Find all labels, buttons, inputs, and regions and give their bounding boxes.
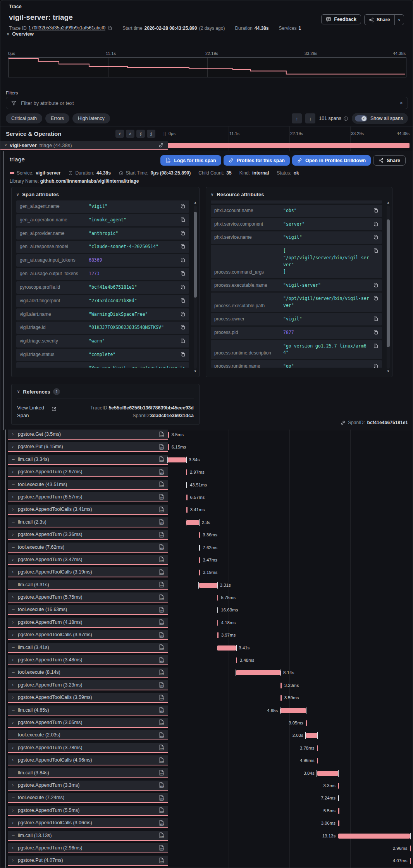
logs-for-span-button[interactable]: LOG Logs for this span (160, 155, 221, 166)
span-row-name-cell[interactable]: ›pgstore.AppendToolCalls (3.41ms) LOG (8, 505, 168, 515)
chevron-right-icon[interactable]: › (12, 695, 18, 700)
chevron-right-icon[interactable]: › (12, 494, 18, 500)
expand-all-button[interactable]: ∧∧ (147, 130, 155, 138)
span-row-name-cell[interactable]: ›pgstore.AppendTurn (2.96ms) LOG (8, 843, 168, 853)
span-duration-bar[interactable] (338, 808, 339, 814)
share-span-button[interactable]: Share (373, 155, 406, 166)
span-duration-bar[interactable] (199, 532, 200, 538)
span-duration-bar[interactable] (338, 783, 339, 789)
span-row-name-cell[interactable]: –tool.execute (43.51ms) LOG (8, 480, 168, 490)
span-duration-bar[interactable] (317, 745, 318, 751)
span-duration-bar[interactable] (199, 557, 200, 563)
span-row-name-cell[interactable]: ›pgstore.AppendToolCalls (3.59ms) LOG (8, 693, 168, 703)
copy-icon[interactable] (373, 316, 379, 322)
span-row-name-cell[interactable]: ›pgstore.AppendTurn (5.75ms) LOG (8, 592, 168, 603)
resource-attributes-header[interactable]: ∨ Resource attributes (211, 191, 387, 200)
trace-overview-minimap[interactable] (8, 57, 406, 77)
span-row-name-cell[interactable]: ›pgstore.AppendTurn (3.36ms) LOG (8, 530, 168, 540)
scroll-down-icon[interactable]: ▼ (193, 369, 198, 374)
span-duration-bar[interactable] (280, 708, 306, 713)
span-row-name-cell[interactable]: ›pgstore.AppendTurn (3.78ms) LOG (8, 743, 168, 753)
column-resize-handle[interactable]: || (163, 132, 166, 136)
chevron-right-icon[interactable]: › (12, 858, 18, 863)
span-duration-bar[interactable] (168, 457, 186, 462)
scrollbar[interactable]: ▲ ▼ (193, 200, 198, 374)
copy-icon[interactable] (373, 234, 379, 240)
span-duration-bar[interactable] (338, 795, 339, 801)
filter-pill-errors[interactable]: Errors (45, 113, 69, 123)
span-attributes-header[interactable]: ∨ Span attributes (16, 191, 194, 200)
copy-trace-id-icon[interactable] (107, 26, 112, 31)
copy-icon[interactable] (180, 284, 186, 290)
dash-icon[interactable]: – (12, 795, 18, 800)
chevron-right-icon[interactable]: › (12, 745, 18, 750)
dash-icon[interactable]: – (12, 607, 18, 612)
span-row-name-cell[interactable]: –tool.execute (8.14s) LOG (8, 668, 168, 678)
copy-icon[interactable] (373, 295, 379, 301)
span-duration-bar[interactable] (186, 482, 187, 488)
span-row-name-cell[interactable]: –tool.execute (7.24ms) LOG (8, 793, 168, 803)
span-logs-icon[interactable]: LOG (158, 707, 164, 713)
copy-icon[interactable] (373, 221, 379, 227)
chevron-right-icon[interactable]: › (12, 444, 18, 449)
span-row-name-cell[interactable]: ›pgstore.AppendTurn (6.57ms) LOG (8, 492, 168, 502)
span-duration-bar[interactable] (338, 834, 410, 839)
span-duration-bar[interactable] (217, 620, 219, 626)
span-duration-bar[interactable] (338, 820, 339, 826)
span-duration-bar[interactable] (236, 670, 280, 675)
dash-icon[interactable]: – (12, 582, 18, 587)
span-logs-icon[interactable]: LOG (158, 644, 164, 651)
span-row-name-cell[interactable]: –tool.execute (2.03s) LOG (8, 730, 168, 740)
span-duration-bar[interactable] (186, 495, 188, 500)
span-duration-bar[interactable] (217, 595, 219, 601)
copy-icon[interactable] (180, 217, 186, 223)
span-logs-icon[interactable]: LOG (158, 519, 164, 525)
copy-icon[interactable] (373, 248, 379, 253)
span-logs-icon[interactable]: LOG (158, 493, 164, 500)
span-logs-icon[interactable]: LOG (158, 619, 164, 625)
scrollbar-thumb[interactable] (387, 219, 390, 347)
dash-icon[interactable]: – (12, 707, 18, 713)
span-duration-bar[interactable] (410, 858, 411, 864)
link-icon[interactable] (158, 142, 164, 148)
span-logs-icon[interactable]: LOG (158, 744, 164, 751)
copy-icon[interactable] (180, 311, 186, 317)
chevron-right-icon[interactable]: › (12, 620, 18, 625)
scroll-up-icon[interactable]: ▲ (386, 200, 391, 205)
span-duration-bar[interactable] (217, 632, 219, 638)
dash-icon[interactable]: – (12, 833, 18, 838)
span-row-name-cell[interactable]: –llm.call (13.13s) LOG (8, 831, 168, 841)
copy-icon[interactable] (180, 271, 186, 276)
share-split-button[interactable]: Share ∨ (364, 14, 404, 25)
span-logs-icon[interactable]: LOG (158, 807, 164, 813)
span-row-name-cell[interactable]: ›pgstore.Get (3.5ms) LOG (8, 430, 168, 440)
copy-icon[interactable] (180, 351, 186, 357)
span-row-name-cell[interactable]: ›pgstore.AppendTurn (5.5ms) LOG (8, 806, 168, 816)
trace-id-value[interactable]: 170ff32b53d35a2d99b9c1af561abcf0 (29, 25, 106, 31)
span-duration-bar[interactable] (168, 444, 169, 450)
open-profiles-drilldown-button[interactable]: Open in Profiles Drilldown (292, 155, 371, 166)
span-row-name-cell[interactable]: ›pgstore.Put (6.15ms) LOG (8, 442, 168, 452)
copy-icon[interactable] (180, 338, 186, 344)
span-duration-bar[interactable] (317, 771, 338, 776)
span-logs-icon[interactable]: LOG (158, 719, 164, 726)
toggle-switch[interactable]: ✓ (355, 115, 367, 122)
dash-icon[interactable]: – (12, 544, 18, 550)
view-linked-span-link[interactable]: View Linked Span (17, 404, 75, 419)
span-duration-bar[interactable] (306, 733, 317, 738)
span-row-name-cell[interactable]: ›pgstore.AppendTurn (4.18ms) LOG (8, 618, 168, 628)
chevron-right-icon[interactable]: › (12, 845, 18, 851)
span-logs-icon[interactable]: LOG (158, 443, 164, 450)
chevron-right-icon[interactable]: › (12, 557, 18, 562)
prev-match-button[interactable]: ↑ (292, 113, 302, 123)
span-row-name-cell[interactable]: –llm.call (3.34s) LOG (8, 455, 168, 465)
filter-pill-critical-path[interactable]: Critical path (6, 113, 42, 123)
span-duration-bar[interactable] (236, 657, 237, 663)
span-logs-icon[interactable]: LOG (158, 431, 164, 438)
dash-icon[interactable]: – (12, 519, 18, 525)
root-span-bar[interactable] (168, 143, 410, 148)
span-duration-bar[interactable] (280, 695, 282, 701)
span-logs-icon[interactable]: LOG (158, 669, 164, 676)
scrollbar-thumb[interactable] (194, 212, 197, 298)
chevron-right-icon[interactable]: › (12, 682, 18, 688)
